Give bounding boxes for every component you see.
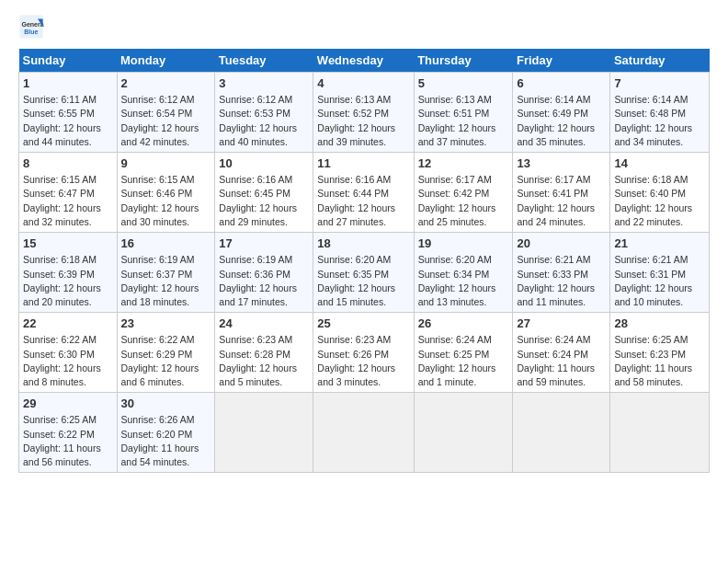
calendar-week-2: 8Sunrise: 6:15 AMSunset: 6:47 PMDaylight… [19,153,710,233]
day-cell-23: 23Sunrise: 6:22 AMSunset: 6:29 PMDayligh… [117,313,215,393]
day-number: 1 [23,75,113,92]
header-thursday: Thursday [414,49,513,73]
day-info: Sunrise: 6:16 AMSunset: 6:44 PMDaylight:… [317,173,409,229]
empty-cell [215,393,313,473]
calendar-header-row: SundayMondayTuesdayWednesdayThursdayFrid… [19,49,710,73]
day-number: 27 [517,316,606,332]
empty-cell [513,393,610,473]
day-cell-14: 14Sunrise: 6:18 AMSunset: 6:40 PMDayligh… [610,153,710,233]
calendar-week-5: 29Sunrise: 6:25 AMSunset: 6:22 PMDayligh… [19,393,710,473]
empty-cell [610,393,710,473]
day-info: Sunrise: 6:13 AMSunset: 6:51 PMDaylight:… [418,93,509,149]
day-cell-11: 11Sunrise: 6:16 AMSunset: 6:44 PMDayligh… [313,153,414,233]
day-cell-30: 30Sunrise: 6:26 AMSunset: 6:20 PMDayligh… [117,393,215,473]
day-info: Sunrise: 6:18 AMSunset: 6:39 PMDaylight:… [23,253,113,309]
day-cell-27: 27Sunrise: 6:24 AMSunset: 6:24 PMDayligh… [513,313,610,393]
empty-cell [313,393,414,473]
day-info: Sunrise: 6:20 AMSunset: 6:35 PMDaylight:… [317,253,409,309]
day-number: 2 [121,75,211,92]
day-info: Sunrise: 6:21 AMSunset: 6:31 PMDaylight:… [614,253,705,309]
day-number: 21 [614,236,705,252]
day-info: Sunrise: 6:20 AMSunset: 6:34 PMDaylight:… [418,253,509,309]
day-number: 13 [517,155,606,172]
day-cell-20: 20Sunrise: 6:21 AMSunset: 6:33 PMDayligh… [513,233,610,313]
day-info: Sunrise: 6:25 AMSunset: 6:23 PMDaylight:… [614,333,705,389]
day-number: 29 [23,396,113,412]
day-cell-18: 18Sunrise: 6:20 AMSunset: 6:35 PMDayligh… [313,233,414,313]
day-cell-25: 25Sunrise: 6:23 AMSunset: 6:26 PMDayligh… [313,313,414,393]
day-cell-4: 4Sunrise: 6:13 AMSunset: 6:52 PMDaylight… [313,73,414,153]
header-sunday: Sunday [19,49,118,73]
day-number: 18 [317,236,409,252]
day-info: Sunrise: 6:18 AMSunset: 6:40 PMDaylight:… [614,173,705,229]
day-number: 30 [121,396,211,412]
day-cell-15: 15Sunrise: 6:18 AMSunset: 6:39 PMDayligh… [19,233,118,313]
day-number: 7 [614,75,705,92]
day-number: 14 [614,155,705,172]
day-number: 23 [121,316,211,332]
day-cell-12: 12Sunrise: 6:17 AMSunset: 6:42 PMDayligh… [414,153,513,233]
day-number: 10 [219,155,309,172]
header-monday: Monday [117,49,215,73]
day-info: Sunrise: 6:26 AMSunset: 6:20 PMDaylight:… [121,413,211,469]
day-number: 17 [219,236,309,252]
day-info: Sunrise: 6:13 AMSunset: 6:52 PMDaylight:… [317,93,409,149]
day-number: 3 [219,75,309,92]
header-friday: Friday [513,49,610,73]
day-info: Sunrise: 6:12 AMSunset: 6:53 PMDaylight:… [219,93,309,149]
header-tuesday: Tuesday [215,49,313,73]
day-info: Sunrise: 6:14 AMSunset: 6:49 PMDaylight:… [517,93,606,149]
day-info: Sunrise: 6:22 AMSunset: 6:29 PMDaylight:… [121,333,211,389]
day-cell-10: 10Sunrise: 6:16 AMSunset: 6:45 PMDayligh… [215,153,313,233]
day-info: Sunrise: 6:24 AMSunset: 6:25 PMDaylight:… [418,333,509,389]
calendar-week-3: 15Sunrise: 6:18 AMSunset: 6:39 PMDayligh… [19,233,710,313]
day-info: Sunrise: 6:23 AMSunset: 6:26 PMDaylight:… [317,333,409,389]
svg-text:Blue: Blue [24,29,38,35]
day-cell-16: 16Sunrise: 6:19 AMSunset: 6:37 PMDayligh… [117,233,215,313]
day-number: 22 [23,316,113,332]
day-cell-19: 19Sunrise: 6:20 AMSunset: 6:34 PMDayligh… [414,233,513,313]
day-cell-29: 29Sunrise: 6:25 AMSunset: 6:22 PMDayligh… [19,393,118,473]
day-info: Sunrise: 6:15 AMSunset: 6:47 PMDaylight:… [23,173,113,229]
calendar-table: SundayMondayTuesdayWednesdayThursdayFrid… [18,49,710,473]
day-info: Sunrise: 6:17 AMSunset: 6:41 PMDaylight:… [517,173,606,229]
day-cell-26: 26Sunrise: 6:24 AMSunset: 6:25 PMDayligh… [414,313,513,393]
day-number: 25 [317,316,409,332]
day-info: Sunrise: 6:12 AMSunset: 6:54 PMDaylight:… [121,93,211,149]
day-number: 8 [23,155,113,172]
day-number: 26 [418,316,509,332]
day-number: 16 [121,236,211,252]
day-cell-22: 22Sunrise: 6:22 AMSunset: 6:30 PMDayligh… [19,313,118,393]
day-info: Sunrise: 6:19 AMSunset: 6:36 PMDaylight:… [219,253,309,309]
day-cell-6: 6Sunrise: 6:14 AMSunset: 6:49 PMDaylight… [513,73,610,153]
day-info: Sunrise: 6:19 AMSunset: 6:37 PMDaylight:… [121,253,211,309]
day-number: 15 [23,236,113,252]
day-number: 11 [317,155,409,172]
calendar-week-1: 1Sunrise: 6:11 AMSunset: 6:55 PMDaylight… [19,73,710,153]
day-info: Sunrise: 6:15 AMSunset: 6:46 PMDaylight:… [121,173,211,229]
day-cell-8: 8Sunrise: 6:15 AMSunset: 6:47 PMDaylight… [19,153,118,233]
day-info: Sunrise: 6:14 AMSunset: 6:48 PMDaylight:… [614,93,705,149]
day-cell-28: 28Sunrise: 6:25 AMSunset: 6:23 PMDayligh… [610,313,710,393]
calendar-week-4: 22Sunrise: 6:22 AMSunset: 6:30 PMDayligh… [19,313,710,393]
header-wednesday: Wednesday [313,49,414,73]
day-cell-7: 7Sunrise: 6:14 AMSunset: 6:48 PMDaylight… [610,73,710,153]
day-cell-13: 13Sunrise: 6:17 AMSunset: 6:41 PMDayligh… [513,153,610,233]
page-header: General Blue [18,14,710,40]
day-number: 9 [121,155,211,172]
day-info: Sunrise: 6:24 AMSunset: 6:24 PMDaylight:… [517,333,606,389]
day-number: 6 [517,75,606,92]
day-info: Sunrise: 6:22 AMSunset: 6:30 PMDaylight:… [23,333,113,389]
day-number: 20 [517,236,606,252]
day-number: 4 [317,75,409,92]
day-number: 12 [418,155,509,172]
day-info: Sunrise: 6:16 AMSunset: 6:45 PMDaylight:… [219,173,309,229]
empty-cell [414,393,513,473]
day-cell-1: 1Sunrise: 6:11 AMSunset: 6:55 PMDaylight… [19,73,118,153]
day-info: Sunrise: 6:23 AMSunset: 6:28 PMDaylight:… [219,333,309,389]
day-info: Sunrise: 6:17 AMSunset: 6:42 PMDaylight:… [418,173,509,229]
day-cell-5: 5Sunrise: 6:13 AMSunset: 6:51 PMDaylight… [414,73,513,153]
day-cell-2: 2Sunrise: 6:12 AMSunset: 6:54 PMDaylight… [117,73,215,153]
day-cell-21: 21Sunrise: 6:21 AMSunset: 6:31 PMDayligh… [610,233,710,313]
day-info: Sunrise: 6:11 AMSunset: 6:55 PMDaylight:… [23,93,113,149]
